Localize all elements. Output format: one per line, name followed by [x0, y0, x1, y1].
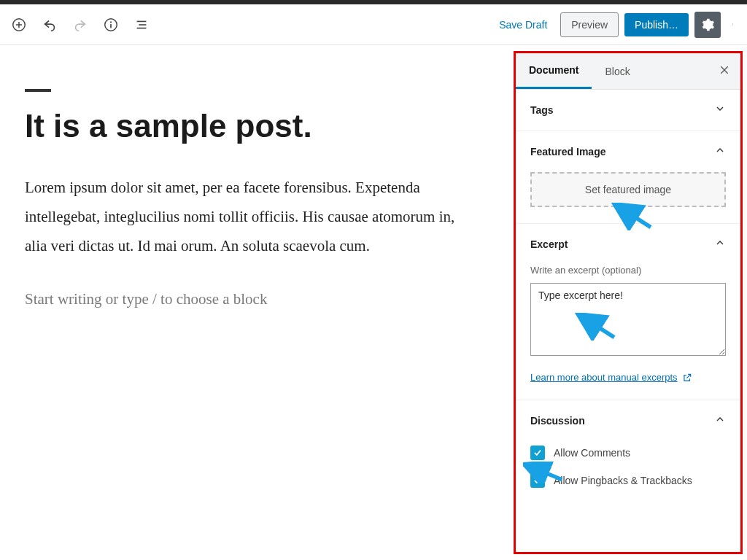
- allow-pingbacks-row: Allow Pingbacks & Trackbacks: [530, 473, 726, 488]
- settings-sidebar: Document Block Tags Featured Image: [514, 51, 743, 554]
- post-body[interactable]: Lorem ipsum dolor sit amet, per ea facet…: [25, 174, 477, 261]
- panel-featured-image-title: Featured Image: [530, 146, 605, 158]
- settings-button[interactable]: [694, 12, 721, 38]
- editor-toolbar: Save Draft Preview Publish…: [0, 4, 747, 45]
- undo-icon: [42, 17, 58, 33]
- redo-icon: [72, 17, 88, 33]
- excerpt-label: Write an excerpt (optional): [530, 265, 726, 276]
- more-options-button[interactable]: [727, 12, 741, 38]
- svg-point-9: [732, 23, 733, 24]
- allow-pingbacks-checkbox[interactable]: [530, 473, 545, 488]
- tab-document[interactable]: Document: [516, 53, 592, 89]
- svg-point-10: [732, 24, 733, 25]
- panel-excerpt: Excerpt Write an excerpt (optional) Lear…: [516, 224, 740, 400]
- save-draft-button[interactable]: Save Draft: [492, 15, 554, 35]
- set-featured-image-button[interactable]: Set featured image: [530, 172, 726, 207]
- panel-featured-image: Featured Image Set featured image: [516, 131, 740, 224]
- excerpt-learn-more-text: Learn more about manual excerpts: [530, 372, 678, 383]
- gear-icon: [700, 18, 715, 32]
- svg-point-11: [732, 25, 733, 26]
- undo-button[interactable]: [36, 12, 63, 38]
- panel-excerpt-toggle[interactable]: Excerpt: [516, 224, 740, 265]
- tab-block[interactable]: Block: [592, 53, 643, 89]
- chevron-up-icon: [714, 413, 726, 428]
- check-icon: [533, 448, 543, 458]
- panel-discussion-title: Discussion: [530, 415, 585, 427]
- preview-button[interactable]: Preview: [560, 12, 619, 37]
- panel-discussion: Discussion Allow Comments: [516, 400, 740, 511]
- panel-discussion-body: Allow Comments Allow Pingbacks & Trackba…: [516, 446, 740, 511]
- panel-excerpt-body: Write an excerpt (optional) Learn more a…: [516, 265, 740, 400]
- add-block-button[interactable]: [6, 12, 32, 38]
- sidebar-close-button[interactable]: [719, 64, 740, 79]
- post-title[interactable]: It is a sample post.: [25, 108, 489, 144]
- chevron-down-icon: [714, 103, 726, 117]
- panel-featured-image-body: Set featured image: [516, 172, 740, 223]
- panel-excerpt-title: Excerpt: [530, 238, 568, 250]
- allow-comments-row: Allow Comments: [530, 446, 726, 460]
- chevron-up-icon: [714, 144, 726, 159]
- outline-button[interactable]: [128, 12, 155, 38]
- title-handle: [25, 89, 51, 92]
- info-button[interactable]: [98, 12, 124, 38]
- panel-tags-title: Tags: [530, 104, 554, 116]
- publish-button[interactable]: Publish…: [624, 13, 689, 36]
- editor-canvas[interactable]: It is a sample post. Lorem ipsum dolor s…: [0, 45, 514, 560]
- allow-comments-checkbox[interactable]: [530, 446, 545, 460]
- close-icon: [719, 64, 730, 76]
- toolbar-right-group: Save Draft Preview Publish…: [492, 12, 741, 38]
- check-icon: [533, 475, 543, 486]
- panel-tags: Tags: [516, 90, 740, 131]
- excerpt-textarea[interactable]: [530, 283, 726, 356]
- allow-pingbacks-label: Allow Pingbacks & Trackbacks: [554, 475, 692, 486]
- svg-point-4: [110, 21, 112, 23]
- panel-discussion-toggle[interactable]: Discussion: [516, 400, 740, 441]
- more-vertical-icon: [732, 18, 735, 31]
- plus-circle-icon: [11, 17, 27, 33]
- panel-featured-image-toggle[interactable]: Featured Image: [516, 131, 740, 172]
- info-icon: [103, 17, 119, 33]
- redo-button[interactable]: [67, 12, 93, 38]
- allow-comments-label: Allow Comments: [554, 447, 630, 459]
- chevron-up-icon: [714, 237, 726, 252]
- editor-layout: It is a sample post. Lorem ipsum dolor s…: [0, 45, 747, 560]
- sidebar-tabs: Document Block: [516, 53, 740, 90]
- external-link-icon: [682, 373, 692, 383]
- block-placeholder[interactable]: Start writing or type / to choose a bloc…: [25, 290, 489, 308]
- panel-tags-toggle[interactable]: Tags: [516, 90, 740, 131]
- list-icon: [133, 17, 150, 33]
- excerpt-learn-more-link[interactable]: Learn more about manual excerpts: [530, 372, 692, 383]
- toolbar-left-group: [6, 12, 155, 38]
